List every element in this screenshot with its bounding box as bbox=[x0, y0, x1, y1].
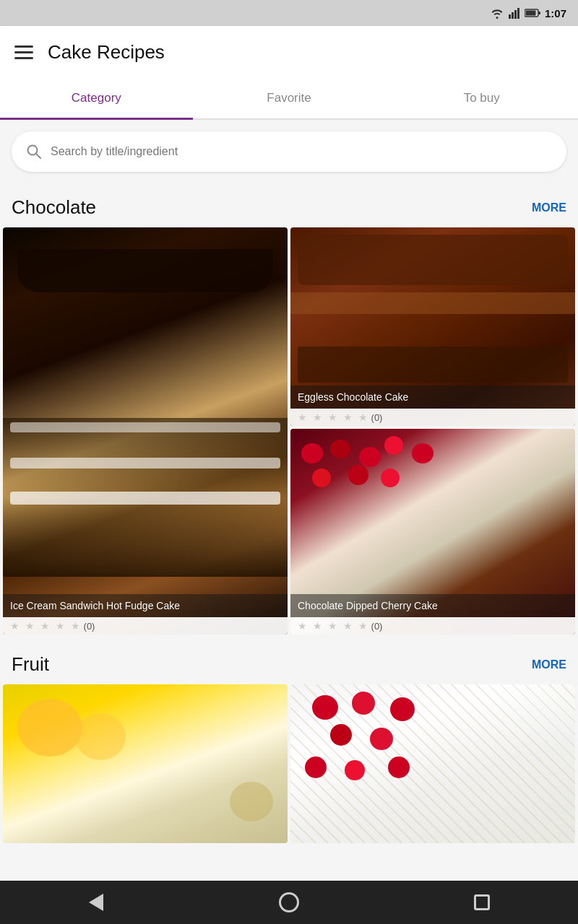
signal-icon bbox=[509, 7, 520, 19]
content-scroll: Chocolate MORE Ice Cream Sandwich Hot Fu… bbox=[0, 183, 578, 846]
search-icon bbox=[26, 144, 42, 160]
bottom-nav bbox=[0, 881, 578, 924]
tab-favorite[interactable]: Favorite bbox=[193, 78, 386, 118]
nav-back-button[interactable] bbox=[74, 881, 118, 924]
svg-rect-0 bbox=[509, 14, 511, 19]
app-bar: Cake Recipes bbox=[0, 26, 578, 78]
nav-home-button[interactable] bbox=[267, 881, 311, 924]
svg-rect-1 bbox=[512, 12, 514, 19]
app-title: Cake Recipes bbox=[48, 41, 165, 64]
search-container bbox=[0, 120, 578, 183]
chocolate-right-col: Eggless Chocolate Cake ★ ★ ★ ★ ★ (0) bbox=[290, 227, 575, 635]
card-eggless-chocolate[interactable]: Eggless Chocolate Cake ★ ★ ★ ★ ★ (0) bbox=[290, 227, 575, 426]
card-ice-cream-sandwich[interactable]: Ice Cream Sandwich Hot Fudge Cake ★ ★ ★ … bbox=[3, 227, 288, 635]
fruit-section: Fruit MORE bbox=[0, 640, 578, 846]
card-fruit1[interactable] bbox=[3, 684, 288, 843]
battery-icon bbox=[525, 8, 540, 18]
status-time: 1:07 bbox=[545, 7, 566, 19]
fruit-section-title: Fruit bbox=[12, 653, 49, 676]
svg-rect-6 bbox=[525, 11, 535, 16]
cherry-rating: ★ ★ ★ ★ ★ (0) bbox=[290, 617, 575, 635]
tab-tobuy[interactable]: To buy bbox=[385, 78, 578, 118]
svg-line-8 bbox=[36, 154, 40, 158]
tab-category[interactable]: Category bbox=[0, 78, 193, 118]
fruit-more-link[interactable]: MORE bbox=[532, 658, 566, 671]
ice-cream-rating: ★ ★ ★ ★ ★ (0) bbox=[3, 617, 288, 635]
fruit-grid bbox=[0, 684, 578, 846]
status-icons: 1:07 bbox=[490, 7, 566, 19]
home-icon bbox=[279, 892, 299, 912]
wifi-icon bbox=[490, 7, 504, 19]
card-fruit2[interactable] bbox=[290, 684, 575, 843]
cherry-overlay: Chocolate Dipped Cherry Cake ★ ★ ★ ★ ★ (… bbox=[290, 594, 575, 635]
search-input[interactable] bbox=[51, 145, 552, 158]
back-icon bbox=[89, 894, 103, 911]
ice-cream-overlay: Ice Cream Sandwich Hot Fudge Cake ★ ★ ★ … bbox=[3, 594, 288, 635]
status-bar: 1:07 bbox=[0, 0, 578, 26]
chocolate-section: Chocolate MORE Ice Cream Sandwich Hot Fu… bbox=[0, 183, 578, 637]
chocolate-more-link[interactable]: MORE bbox=[532, 201, 566, 214]
tab-bar: Category Favorite To buy bbox=[0, 78, 578, 120]
eggless-rating: ★ ★ ★ ★ ★ (0) bbox=[290, 409, 575, 426]
stop-icon bbox=[474, 894, 490, 910]
chocolate-grid: Ice Cream Sandwich Hot Fudge Cake ★ ★ ★ … bbox=[0, 227, 578, 637]
nav-stop-button[interactable] bbox=[460, 881, 504, 924]
eggless-title: Eggless Chocolate Cake bbox=[290, 385, 575, 409]
search-box bbox=[12, 131, 566, 172]
hamburger-menu-icon[interactable] bbox=[14, 45, 33, 59]
ice-cream-title: Ice Cream Sandwich Hot Fudge Cake bbox=[3, 594, 288, 617]
chocolate-section-title: Chocolate bbox=[12, 196, 96, 219]
svg-rect-2 bbox=[514, 10, 517, 19]
eggless-overlay: Eggless Chocolate Cake ★ ★ ★ ★ ★ (0) bbox=[290, 385, 575, 426]
card-cherry-cake[interactable]: Chocolate Dipped Cherry Cake ★ ★ ★ ★ ★ (… bbox=[290, 429, 575, 635]
fruit-section-header: Fruit MORE bbox=[0, 640, 578, 684]
cherry-title: Chocolate Dipped Cherry Cake bbox=[290, 594, 575, 617]
chocolate-section-header: Chocolate MORE bbox=[0, 183, 578, 227]
svg-rect-5 bbox=[538, 12, 540, 14]
svg-rect-3 bbox=[517, 8, 519, 19]
